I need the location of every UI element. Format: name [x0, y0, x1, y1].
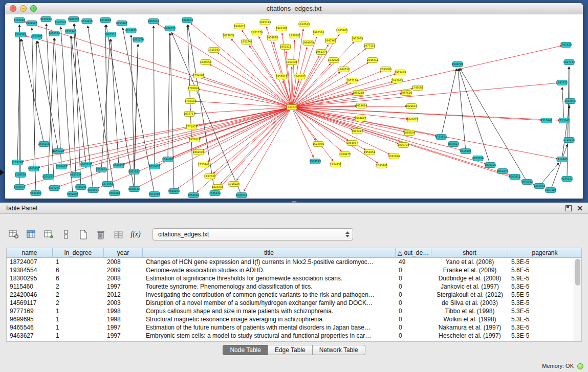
graph-node[interactable]: 1720165 — [563, 138, 575, 143]
edge[interactable] — [292, 107, 333, 161]
graph-node[interactable]: 1901913 — [280, 45, 291, 50]
graph-node[interactable]: 1961379 — [316, 50, 327, 55]
edge[interactable] — [210, 64, 292, 107]
graph-node[interactable]: 2095492 — [376, 163, 387, 168]
edge[interactable] — [203, 107, 292, 150]
graph-node[interactable]: 9127503 — [55, 20, 66, 25]
scrollbar-thumb[interactable] — [575, 259, 580, 286]
edge[interactable] — [292, 83, 557, 107]
column-header-out_de[interactable]: △ out_de… — [396, 248, 431, 258]
graph-node[interactable]: 9361542 — [128, 169, 140, 174]
edge[interactable] — [187, 25, 193, 195]
graph-node[interactable]: 2030996 — [388, 154, 400, 159]
graph-node[interactable]: 1836717 — [184, 112, 195, 117]
graph-node[interactable]: 1959275 — [339, 152, 351, 157]
graph-node[interactable]: 2045312 — [367, 58, 378, 63]
show-columns-button[interactable] — [24, 227, 39, 242]
edge[interactable] — [168, 33, 170, 159]
table-row[interactable]: 1456911722003Disruption of a novel membe… — [7, 299, 574, 307]
graph-node[interactable]: 1771957 — [186, 124, 197, 129]
graph-node[interactable]: 9390241 — [75, 185, 86, 190]
graph-node[interactable]: 1873319 — [189, 137, 200, 142]
graph-node[interactable]: 2041627 — [407, 117, 418, 122]
graph-node[interactable]: 9234561 — [15, 32, 26, 37]
graph-node[interactable]: 1210365 — [556, 157, 568, 162]
graph-node[interactable]: 9426780 — [49, 31, 60, 36]
graph-node[interactable]: 8815203 — [460, 149, 471, 154]
edge[interactable] — [24, 21, 292, 107]
import-table-button[interactable] — [111, 227, 126, 242]
graph-node[interactable]: 9486523 — [164, 26, 176, 31]
graph-node[interactable]: 8851270 — [497, 169, 508, 174]
edge[interactable] — [172, 33, 242, 195]
graph-node[interactable]: 9405637 — [14, 185, 25, 190]
graph-node[interactable]: 1985803 — [336, 28, 347, 33]
column-header-year[interactable]: year — [104, 248, 143, 258]
graph-node[interactable]: 1641253 — [556, 80, 568, 85]
edge[interactable] — [194, 107, 292, 114]
graph-node[interactable]: 1935723 — [259, 20, 271, 25]
edge[interactable] — [292, 107, 390, 155]
graph-node[interactable]: 9302158 — [80, 162, 92, 167]
graph-node[interactable]: 9483265 — [109, 191, 120, 196]
graph-node[interactable]: 1515945 — [313, 142, 324, 147]
graph-node[interactable]: 9245062 — [534, 184, 545, 189]
graph-node[interactable]: 9287634 — [70, 172, 81, 178]
graph-node[interactable]: 1793143 — [185, 99, 196, 104]
table-row[interactable]: 1872400712008Changes of HCN gene express… — [7, 258, 574, 266]
edge[interactable] — [292, 82, 393, 107]
graph-node[interactable]: 7635104 — [209, 191, 221, 196]
graph-node[interactable]: 9156983 — [40, 17, 52, 22]
graph-node[interactable]: 1820058 — [200, 60, 211, 65]
graph-node[interactable]: 1912543 — [298, 22, 310, 27]
graph-node[interactable]: 9245012 — [236, 193, 247, 198]
graph-node[interactable]: 2083083 — [380, 67, 391, 72]
tab-edge-table[interactable]: Edge Table — [268, 345, 313, 355]
edge[interactable] — [292, 107, 313, 158]
graph-node[interactable]: 8312804 — [182, 18, 193, 23]
network-view-window[interactable]: × − + citations_edges.txt 17240461815943 — [5, 3, 583, 199]
graph-node[interactable]: 1961021 — [286, 60, 297, 65]
minimize-window-button[interactable]: − — [20, 5, 27, 12]
graph-node[interactable]: 1906017 — [234, 24, 245, 29]
edge[interactable] — [131, 35, 134, 171]
graph-node[interactable]: 1918224 — [228, 182, 239, 187]
edge[interactable] — [539, 163, 559, 186]
graph-node[interactable]: 1862024 — [193, 150, 204, 155]
graph-node[interactable]: 1815943 — [208, 48, 220, 53]
graph-node[interactable]: 1932628 — [328, 58, 339, 63]
graph-node[interactable]: 1816344 — [212, 185, 223, 190]
graph-node[interactable]: 1942362 — [325, 38, 336, 43]
graph-node[interactable]: 9186756 — [68, 17, 79, 22]
table-row[interactable]: 1938455462009Genome-wide association stu… — [7, 266, 574, 274]
new-table-button[interactable] — [76, 227, 91, 242]
graph-node[interactable]: 1822808 — [223, 33, 234, 38]
close-panel-icon[interactable]: ✕ — [577, 205, 583, 212]
edge[interactable] — [111, 39, 119, 165]
edge[interactable] — [71, 36, 76, 174]
edge[interactable] — [292, 37, 317, 107]
edge[interactable] — [441, 69, 456, 137]
graph-node[interactable]: 9325804 — [96, 167, 107, 172]
graph-node[interactable]: 9257183 — [545, 188, 556, 193]
column-header-in_degree[interactable]: in_degree — [53, 248, 104, 258]
graph-node[interactable]: 8839126 — [485, 163, 496, 168]
graph-node[interactable]: 1857813 — [276, 74, 287, 79]
edge[interactable] — [197, 107, 292, 192]
tab-network-table[interactable]: Network Table — [312, 345, 365, 355]
graph-node[interactable]: 1515948 — [541, 118, 552, 123]
graph-node[interactable]: 1958182 — [289, 33, 300, 38]
graph-node[interactable]: 1962519 — [338, 67, 350, 72]
table-row[interactable]: 1830029562008Estimation of significance … — [7, 274, 574, 282]
row-height-button[interactable] — [58, 227, 74, 242]
graph-node[interactable]: 1964059 — [302, 40, 314, 46]
edge[interactable] — [562, 105, 570, 159]
graph-node[interactable]: 9513087 — [149, 192, 160, 197]
graph-node[interactable]: 9268435 — [56, 164, 67, 169]
graph-node[interactable]: 9414832 — [125, 28, 137, 33]
graph-node[interactable]: 9498432 — [128, 187, 140, 192]
edge[interactable] — [562, 87, 564, 120]
edge[interactable] — [458, 69, 466, 151]
graph-node[interactable]: 9351276 — [133, 37, 144, 42]
edge[interactable] — [551, 144, 568, 190]
